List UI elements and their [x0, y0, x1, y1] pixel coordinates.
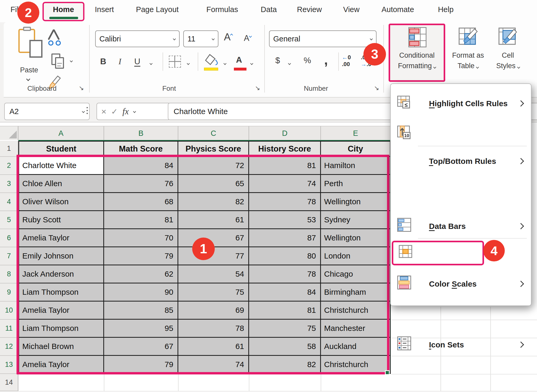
currency-format-button[interactable]: $: [275, 56, 280, 65]
row-header-6[interactable]: 6: [0, 229, 18, 247]
format-as-table-icon[interactable]: [458, 27, 478, 47]
paste-button[interactable]: Paste: [15, 66, 44, 74]
svg-text:10: 10: [404, 133, 409, 138]
row-header-13[interactable]: 13: [0, 356, 18, 374]
menu-item-data-bars[interactable]: Data Bars: [391, 148, 531, 176]
fill-color-bar: [204, 68, 218, 71]
tab-page-layout[interactable]: Page Layout: [132, 5, 182, 14]
tab-review[interactable]: Review: [290, 5, 329, 14]
row-header-9[interactable]: 9: [0, 283, 18, 302]
gridline: [391, 356, 537, 356]
header-cell: Physics Score: [178, 141, 249, 157]
row-header-12[interactable]: 12: [0, 338, 18, 356]
font-size-select[interactable]: 11: [183, 30, 218, 47]
row-header-11[interactable]: 11: [0, 320, 18, 338]
menu-item-icon-sets[interactable]: Icon Sets: [391, 207, 531, 235]
selection-range-border: [17, 155, 389, 374]
menu-item-highlight-cells-rules[interactable]: ≤ Highlight Cells Rules: [391, 90, 531, 117]
group-separator: [264, 25, 265, 93]
header-cell: Student: [18, 141, 104, 157]
conditional-formatting-icon[interactable]: [408, 27, 427, 48]
copy-icon: [57, 66, 61, 66]
clipboard-group-label: Clipboard: [16, 84, 68, 93]
new-rule-icon: [399, 244, 413, 259]
submenu-chevron-icon: [518, 100, 524, 106]
formula-toolbar: × ✓ fx: [96, 103, 170, 120]
column-header-E[interactable]: E: [321, 126, 391, 140]
row-header-1[interactable]: 1: [0, 141, 18, 157]
fill-color-icon[interactable]: [204, 53, 219, 67]
header-cell: City: [321, 141, 391, 157]
increase-decimal-icon[interactable]: ←0 .00: [342, 54, 351, 68]
number-group-label: Number: [294, 84, 338, 93]
menu-item-new-rule[interactable]: New Rule...: [391, 240, 531, 263]
column-header-D[interactable]: D: [249, 126, 321, 140]
divider: [163, 52, 163, 71]
row-header-5[interactable]: 5: [0, 211, 18, 229]
row-header-10[interactable]: 10: [0, 302, 18, 320]
row-header-2[interactable]: 2: [0, 157, 18, 175]
active-tab-underline: [49, 17, 78, 19]
underline-button[interactable]: U: [134, 57, 140, 66]
shrink-font-button[interactable]: A: [244, 34, 251, 43]
paste-icon: [29, 40, 42, 58]
step-badge-2: 2: [17, 2, 39, 24]
tab-data[interactable]: Data: [256, 5, 282, 14]
format-as-table-button[interactable]: Table: [446, 62, 490, 70]
gridline: [249, 374, 249, 391]
italic-button[interactable]: I: [119, 57, 121, 66]
row-header-14[interactable]: 14: [0, 374, 18, 391]
comma-format-button[interactable]: ,: [324, 52, 328, 68]
menu-item-top-bottom-rules[interactable]: 10 Top/Bottom Rules: [391, 119, 531, 146]
row-header-7[interactable]: 7: [0, 247, 18, 265]
row-header-8[interactable]: 8: [0, 265, 18, 283]
insert-function-icon[interactable]: fx: [122, 107, 129, 116]
cell-styles-button[interactable]: Styles: [488, 62, 528, 70]
tab-view[interactable]: View: [337, 5, 366, 14]
menu-item-manage-rules[interactable]: Manage Rules...: [391, 285, 531, 306]
enter-icon[interactable]: ✓: [111, 107, 118, 116]
formula-bar-grip-icon[interactable]: [87, 106, 88, 115]
row-header-3[interactable]: 3: [0, 175, 18, 193]
tab-home[interactable]: Home: [42, 5, 84, 14]
header-cell: History Score: [249, 141, 321, 157]
row-header-4[interactable]: 4: [0, 193, 18, 211]
gridline: [391, 338, 537, 338]
step-badge-1: 1: [192, 238, 215, 260]
font-name-select[interactable]: Calibri: [95, 30, 180, 47]
cut-icon[interactable]: [47, 29, 61, 46]
tab-automate[interactable]: Automate: [375, 5, 420, 14]
gridline: [321, 374, 321, 391]
clipboard-dialog-launcher-icon[interactable]: ↘: [79, 84, 84, 92]
top-bottom-rules-icon: 10: [397, 125, 412, 141]
bold-button[interactable]: B: [100, 57, 106, 66]
grow-font-button[interactable]: A: [224, 31, 233, 43]
step-badge-4: 4: [483, 240, 505, 261]
cell-styles-icon[interactable]: [498, 27, 518, 47]
cell-styles-button[interactable]: Cell: [488, 51, 528, 60]
font-color-button[interactable]: A: [236, 55, 242, 65]
cancel-icon[interactable]: ×: [101, 106, 106, 117]
number-format-select[interactable]: General: [269, 30, 377, 47]
name-box[interactable]: A2: [4, 103, 90, 120]
conditional-formatting-button[interactable]: Conditional: [389, 51, 445, 60]
fill-handle[interactable]: [385, 370, 390, 375]
percent-format-button[interactable]: %: [304, 56, 311, 65]
conditional-formatting-button[interactable]: Formatting: [389, 62, 445, 70]
column-header-A[interactable]: A: [18, 126, 104, 140]
column-header-C[interactable]: C: [178, 126, 249, 140]
tab-insert[interactable]: Insert: [91, 5, 117, 14]
paste-icon: [23, 27, 31, 31]
number-dialog-launcher-icon[interactable]: ↘: [374, 84, 379, 92]
gridline: [178, 374, 179, 391]
format-as-table-button[interactable]: Format as: [446, 51, 490, 60]
menu-item-clear-rules[interactable]: Clear Rules: [391, 263, 531, 285]
borders-icon: [174, 56, 175, 67]
step-badge-3: 3: [363, 43, 386, 66]
fx-dropdown-chevron[interactable]: [133, 110, 136, 113]
tab-formulas[interactable]: Formulas: [202, 5, 243, 14]
font-dialog-launcher-icon[interactable]: ↘: [255, 84, 260, 92]
column-header-B[interactable]: B: [104, 126, 178, 140]
tab-help[interactable]: Help: [434, 5, 458, 14]
menu-item-color-scales[interactable]: Color Scales: [391, 177, 531, 205]
